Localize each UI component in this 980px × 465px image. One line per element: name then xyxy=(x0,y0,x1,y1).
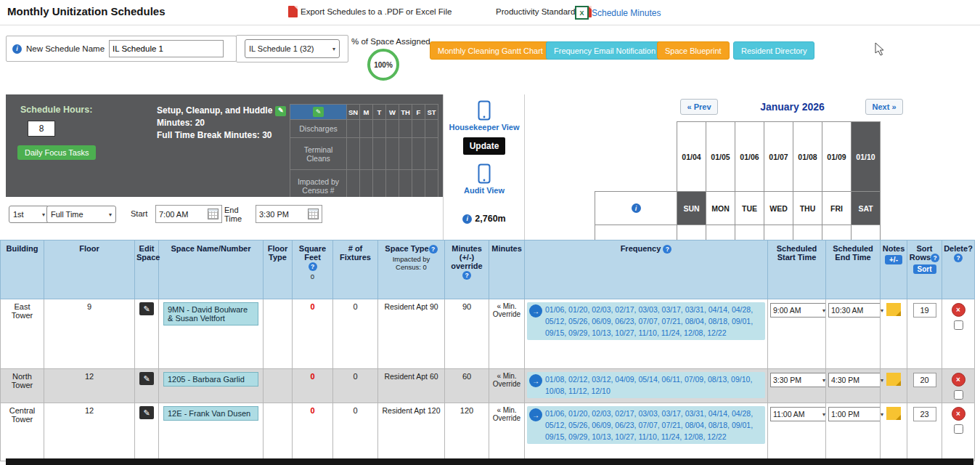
date-header: 01/07 xyxy=(764,122,793,192)
fixtures-cell: 0 xyxy=(333,299,378,369)
start-time-select[interactable]: 3:30 PM▾ xyxy=(770,373,828,387)
delete-icon[interactable]: × xyxy=(952,373,965,387)
frequency-dates[interactable]: 01/08, 02/12, 03/12, 04/09, 05/14, 06/11… xyxy=(544,372,765,398)
census-cell[interactable] xyxy=(346,119,360,138)
space-name-box[interactable]: 12E - Frank Van Dusen xyxy=(163,406,258,421)
edit-setup-icon[interactable]: ✎ xyxy=(275,106,286,116)
new-schedule-input[interactable] xyxy=(109,40,224,57)
census-cell[interactable] xyxy=(425,119,438,138)
census-cell[interactable] xyxy=(385,119,399,138)
export-schedules-link[interactable]: Export Schedules to a .PDF or Excel File xyxy=(301,7,452,16)
end-time-select[interactable]: 4:30 PM▾ xyxy=(828,373,886,387)
census-cell[interactable] xyxy=(399,137,412,170)
day-header: F xyxy=(412,104,425,120)
help-icon[interactable]: ? xyxy=(663,245,671,254)
note-icon[interactable] xyxy=(886,407,901,420)
schedule-hours-input[interactable]: 8 xyxy=(28,121,55,137)
next-week-button[interactable]: Next » xyxy=(865,99,903,115)
census-cell[interactable] xyxy=(412,137,425,170)
frequency-edit-icon[interactable]: → xyxy=(529,408,542,421)
col-minutes: Minutes xyxy=(489,240,525,299)
calendar-icon[interactable] xyxy=(208,209,219,219)
space-name-box[interactable]: 9MN - David Boulware & Susan Veltfort xyxy=(163,302,258,326)
census-cell[interactable] xyxy=(412,119,425,138)
gantt-chart-button[interactable]: Monthly Cleaning Gantt Chart xyxy=(430,41,551,60)
delete-checkbox[interactable] xyxy=(954,320,963,330)
edit-space-icon[interactable]: ✎ xyxy=(139,302,154,315)
end-time-select[interactable]: 1:00 PM▾ xyxy=(828,407,886,421)
sort-order-input[interactable]: 20 xyxy=(913,373,936,387)
floor-cell: 12 xyxy=(44,369,135,403)
start-time-cell: 3:30 PM▾ xyxy=(768,369,826,403)
daily-focus-tasks-button[interactable]: Daily Focus Tasks xyxy=(17,145,96,160)
census-cell[interactable] xyxy=(425,137,438,170)
space-blueprint-button[interactable]: Space Blueprint xyxy=(657,41,730,60)
info-icon[interactable]: i xyxy=(462,214,472,224)
census-cell[interactable] xyxy=(359,137,373,170)
help-icon[interactable]: ? xyxy=(429,245,438,254)
help-icon[interactable]: ? xyxy=(931,254,939,262)
census-cell[interactable] xyxy=(359,119,373,138)
shift-start-input[interactable]: 7:00 AM xyxy=(155,205,222,223)
sort-order-input[interactable]: 23 xyxy=(913,407,936,421)
housekeeper-view-link[interactable]: Housekeeper View xyxy=(449,123,519,132)
schedule-select-group: IL Schedule 1 (32)▾ xyxy=(236,35,348,62)
info-icon[interactable]: i xyxy=(12,44,22,54)
note-icon[interactable] xyxy=(886,303,901,316)
start-time-select[interactable]: 11:00 AM▾ xyxy=(770,407,828,421)
col-minutes-override: Minutes (+/-) override ? xyxy=(445,240,489,299)
census-cell[interactable] xyxy=(372,119,386,138)
frequency-edit-icon[interactable]: → xyxy=(529,304,542,318)
housekeeper-phone-icon[interactable] xyxy=(478,100,491,121)
edit-space-icon[interactable]: ✎ xyxy=(139,406,154,419)
resident-directory-button[interactable]: Resident Directory xyxy=(733,41,814,60)
delete-checkbox[interactable] xyxy=(954,390,963,400)
info-icon[interactable]: i xyxy=(632,203,641,213)
notes-cell xyxy=(881,299,907,369)
excel-icon[interactable]: X xyxy=(575,6,589,20)
edit-census-icon[interactable]: ✎ xyxy=(313,107,324,117)
col-floor-type: Floor Type xyxy=(264,240,293,299)
weekday-header: WED xyxy=(764,192,793,225)
edit-space-icon[interactable]: ✎ xyxy=(139,372,154,385)
note-icon[interactable] xyxy=(886,373,901,386)
minutes-override-cell: 120 xyxy=(445,403,489,461)
delete-checkbox[interactable] xyxy=(954,424,963,434)
day-header: W xyxy=(385,104,399,120)
sort-order-input[interactable]: 19 xyxy=(913,303,936,318)
start-time-select[interactable]: 9:00 AM▾ xyxy=(770,303,828,318)
frequency-dates[interactable]: 01/06, 01/20, 02/03, 02/17, 03/03, 03/17… xyxy=(544,302,765,340)
update-button[interactable]: Update xyxy=(463,137,505,155)
schedule-minutes-link[interactable]: Schedule Minutes xyxy=(592,8,661,18)
shift-type-select[interactable]: Full Time▾ xyxy=(46,206,116,223)
audit-phone-icon[interactable] xyxy=(478,163,491,184)
delete-icon[interactable]: × xyxy=(952,303,965,317)
help-icon[interactable]: ? xyxy=(954,254,963,262)
calendar-icon[interactable] xyxy=(308,209,319,219)
frequency-dates[interactable]: 01/06, 01/20, 02/03, 02/17, 03/03, 03/17… xyxy=(544,406,765,444)
delete-icon[interactable]: × xyxy=(952,407,965,421)
end-time-select[interactable]: 10:30 AM▾ xyxy=(828,303,886,318)
shift-ordinal-select[interactable]: 1st▾ xyxy=(9,206,49,223)
census-cell[interactable] xyxy=(372,137,386,170)
shift-end-input[interactable]: 3:30 PM xyxy=(256,205,322,223)
help-icon[interactable]: ? xyxy=(462,271,471,280)
space-name-box[interactable]: 1205 - Barbara Garlid xyxy=(163,372,258,387)
audit-view-link[interactable]: Audit View xyxy=(464,186,505,195)
frequency-edit-icon[interactable]: → xyxy=(529,374,542,387)
census-cell[interactable] xyxy=(399,119,412,138)
census-cell[interactable] xyxy=(385,137,399,170)
census-cell[interactable] xyxy=(346,137,360,170)
help-icon[interactable]: ? xyxy=(309,262,317,271)
top-bar: Monthly Unitization Schedules Export Sch… xyxy=(0,0,980,25)
pdf-icon[interactable] xyxy=(288,6,298,17)
frequency-email-button[interactable]: Frequency Email Notification xyxy=(546,41,663,60)
notes-toggle-button[interactable]: +/- xyxy=(885,255,902,264)
calendar-info-cell: i xyxy=(595,192,677,225)
shift-controls: 1st▾ Full Time▾ Start 7:00 AM End Time 3… xyxy=(0,197,443,240)
sort-button[interactable]: Sort xyxy=(913,264,936,274)
fixtures-cell: 0 xyxy=(333,403,378,461)
schedule-select[interactable]: IL Schedule 1 (32)▾ xyxy=(245,39,340,58)
start-label: Start xyxy=(131,209,147,218)
prev-week-button[interactable]: « Prev xyxy=(680,99,718,115)
